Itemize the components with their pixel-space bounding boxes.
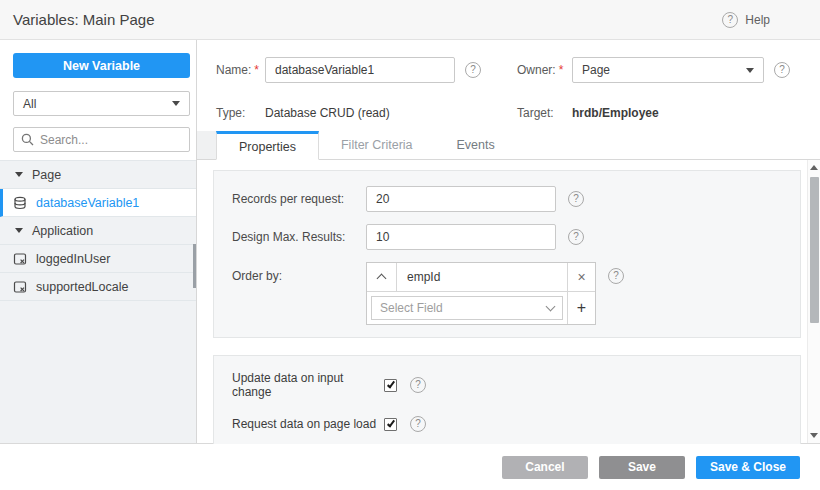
help-label: Help: [745, 13, 770, 27]
variable-summary: Name:* ? Owner:* Page ? Ty: [197, 40, 820, 131]
scroll-up-arrow-icon[interactable]: [810, 165, 818, 170]
order-by-add-row: Select Field +: [367, 291, 595, 324]
help-icon: ?: [722, 12, 738, 28]
order-by-label: Order by:: [232, 269, 366, 283]
tab-properties[interactable]: Properties: [216, 131, 319, 160]
scrollbar-thumb[interactable]: [810, 177, 819, 323]
request-on-load-label: Request data on page load: [232, 417, 384, 431]
tree-item-supportedlocale[interactable]: supportedLocale: [0, 273, 196, 301]
target-label: Target:: [517, 106, 572, 120]
database-variable-icon: [13, 196, 27, 210]
help-link[interactable]: ? Help: [722, 12, 770, 28]
variable-filter-dropdown[interactable]: All: [13, 91, 190, 116]
chevron-down-icon: [746, 68, 754, 73]
tree-group-label: Page: [32, 168, 61, 182]
order-by-row: Order by: empId ×: [232, 262, 782, 325]
order-by-field-value: empId: [397, 263, 567, 291]
search-icon: [21, 133, 34, 146]
tree-group-page[interactable]: Page: [0, 161, 196, 189]
tree-item-label: supportedLocale: [36, 280, 128, 294]
select-field-dropdown[interactable]: Select Field: [371, 296, 563, 320]
name-help-icon[interactable]: ?: [465, 62, 481, 78]
tabbar-spacer: [197, 131, 216, 159]
variable-search-box[interactable]: [13, 127, 190, 152]
design-max-results-row: Design Max. Results: ?: [232, 224, 782, 250]
caret-down-icon[interactable]: [15, 228, 23, 233]
chevron-up-icon: [377, 274, 387, 284]
order-by-entry: empId ×: [367, 263, 595, 291]
editor-tabs: Properties Filter Criteria Events: [197, 131, 820, 160]
tab-events[interactable]: Events: [435, 131, 517, 159]
tree-item-databasevariable1[interactable]: databaseVariable1: [0, 189, 196, 217]
variables-dialog: Variables: Main Page ? Help New Variable…: [0, 0, 820, 490]
static-variable-icon: [13, 280, 27, 294]
dialog-footer: Cancel Save Save & Close: [0, 444, 820, 490]
dialog-title: Variables: Main Page: [13, 11, 154, 28]
request-on-load-help-icon[interactable]: ?: [410, 416, 426, 432]
sidebar-controls: New Variable All: [0, 40, 196, 160]
caret-down-icon[interactable]: [15, 172, 23, 177]
tree-group-label: Application: [32, 224, 93, 238]
update-on-input-label: Update data on input change: [232, 371, 384, 399]
sidebar-scrollbar-thumb[interactable]: [193, 244, 196, 288]
scroll-down-arrow-icon[interactable]: [810, 433, 818, 438]
records-per-request-row: Records per request: ?: [232, 186, 782, 212]
move-up-button[interactable]: [367, 263, 397, 291]
variables-sidebar: New Variable All Page: [0, 40, 197, 443]
check-icon: [386, 379, 394, 388]
remove-field-button[interactable]: ×: [567, 263, 595, 291]
update-on-input-checkbox[interactable]: [384, 379, 397, 392]
request-on-load-row: Request data on page load ?: [232, 416, 782, 432]
save-close-button[interactable]: Save & Close: [696, 456, 800, 479]
behavior-panel: Update data on input change ? Request da…: [213, 355, 801, 451]
save-button[interactable]: Save: [599, 456, 685, 479]
owner-value: Page: [582, 63, 610, 77]
target-value: hrdb/Employee: [572, 106, 820, 120]
order-by-widget: empId × Select Field: [366, 262, 596, 325]
properties-content: Records per request: ? Design Max. Resul…: [197, 160, 807, 443]
owner-dropdown[interactable]: Page: [572, 57, 764, 83]
chevron-down-icon: [546, 302, 556, 312]
static-variable-icon: [13, 252, 27, 266]
update-on-input-help-icon[interactable]: ?: [410, 377, 426, 393]
select-field-wrap: Select Field: [367, 292, 567, 324]
owner-label: Owner:*: [517, 63, 572, 77]
properties-scroll-region: Records per request: ? Design Max. Resul…: [197, 160, 820, 443]
variable-editor: Name:* ? Owner:* Page ? Ty: [197, 40, 820, 443]
design-max-results-input[interactable]: [366, 224, 556, 250]
variable-search-input[interactable]: [40, 133, 182, 147]
new-variable-button[interactable]: New Variable: [13, 53, 190, 78]
design-max-results-label: Design Max. Results:: [232, 230, 366, 244]
data-settings-panel: Records per request: ? Design Max. Resul…: [213, 170, 801, 338]
owner-help-icon[interactable]: ?: [774, 62, 790, 78]
vertical-scrollbar[interactable]: [807, 160, 820, 443]
request-on-load-checkbox[interactable]: [384, 418, 397, 431]
variable-name-input[interactable]: [265, 57, 455, 83]
max-results-help-icon[interactable]: ?: [568, 229, 584, 245]
tree-item-loggedinuser[interactable]: loggedInUser: [0, 245, 196, 273]
select-field-placeholder: Select Field: [380, 301, 443, 315]
type-target-row: Type: Database CRUD (read) Target: hrdb/…: [216, 105, 820, 121]
dialog-titlebar: Variables: Main Page ? Help: [0, 0, 820, 40]
name-owner-row: Name:* ? Owner:* Page ?: [216, 57, 820, 83]
dialog-body: New Variable All Page: [0, 40, 820, 444]
records-help-icon[interactable]: ?: [568, 191, 584, 207]
records-per-request-label: Records per request:: [232, 192, 366, 206]
order-by-help-icon[interactable]: ?: [608, 268, 624, 284]
tab-filter-criteria[interactable]: Filter Criteria: [319, 131, 435, 159]
add-field-button[interactable]: +: [567, 292, 595, 324]
update-on-input-row: Update data on input change ?: [232, 371, 782, 399]
records-per-request-input[interactable]: [366, 186, 556, 212]
variable-filter-value: All: [23, 97, 36, 111]
variables-tree: Page databaseVariable1 Application: [0, 160, 196, 443]
required-asterisk: *: [559, 63, 564, 77]
tree-item-label: loggedInUser: [36, 252, 110, 266]
type-label: Type:: [216, 106, 265, 120]
tree-group-application[interactable]: Application: [0, 217, 196, 245]
name-label: Name:*: [216, 63, 265, 77]
tree-item-label: databaseVariable1: [36, 196, 139, 210]
cancel-button[interactable]: Cancel: [502, 456, 588, 479]
check-icon: [386, 418, 394, 427]
chevron-down-icon: [172, 101, 180, 106]
type-value: Database CRUD (read): [265, 106, 517, 120]
